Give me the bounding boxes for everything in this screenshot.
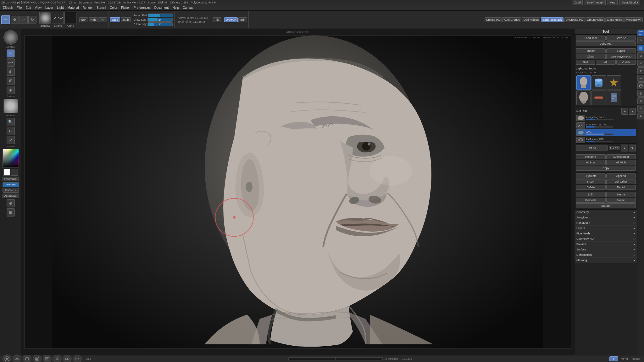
flip-btn[interactable]: Flip: [213, 17, 221, 22]
acco-curve-btn[interactable]: AccoCurve: [3, 194, 19, 198]
menu-material[interactable]: Material: [66, 6, 80, 10]
subtool-item-0[interactable]: BMJ_C01_THL0: [576, 115, 636, 122]
right-icon-scale[interactable]: ⤢: [637, 60, 644, 67]
rename-btn[interactable]: Rename: [576, 154, 606, 159]
right-icon-subtool[interactable]: [637, 30, 644, 36]
menu-render[interactable]: Render: [81, 6, 94, 10]
auto-groups-btn[interactable]: Auto Groups: [502, 17, 521, 22]
move-btn[interactable]: ✥: [11, 16, 19, 24]
copy-btn[interactable]: Copy: [576, 166, 636, 171]
split-btn[interactable]: Split: [576, 192, 606, 197]
material-preview-btn[interactable]: [3, 99, 18, 113]
remesh-btn[interactable]: Remesh: [576, 198, 606, 203]
fiber-mesh-header[interactable]: FiberMesh ▸: [575, 231, 637, 236]
subtool-item-2[interactable]: WVZ: [576, 129, 636, 136]
menu-canvas[interactable]: Canvas: [181, 6, 195, 10]
lightbox-item-3[interactable]: [576, 90, 591, 105]
lightbox-item-5[interactable]: [607, 90, 621, 105]
odd-hidden-btn[interactable]: Odd Hidden: [522, 17, 540, 22]
zadd-btn[interactable]: Zadd: [110, 17, 120, 22]
duplicate-btn[interactable]: Duplicate: [576, 173, 606, 178]
bottom-icon-3[interactable]: [33, 354, 42, 362]
brush-preview-icon[interactable]: [39, 12, 51, 24]
menu-help[interactable]: Help: [171, 6, 180, 10]
clone-btn[interactable]: Clone: [576, 54, 606, 59]
menu-picker[interactable]: Picker: [119, 6, 131, 10]
uncrease-btn[interactable]: UnCrease PG: [564, 17, 585, 22]
color-swatch[interactable]: [3, 149, 19, 168]
visible-btn[interactable]: Visible: [616, 60, 636, 65]
white-swatch[interactable]: [3, 169, 10, 176]
brush-preview-ball[interactable]: [3, 30, 18, 45]
stroke-preview-icon[interactable]: [52, 12, 64, 24]
edit-btn[interactable]: Edit: [238, 17, 247, 22]
right-icon-active[interactable]: [637, 45, 644, 52]
right-icon-snap[interactable]: ◎: [637, 90, 644, 97]
subtool-toggle-btn[interactable]: ▾: [629, 108, 636, 115]
focal-shift-slider[interactable]: 0: [148, 14, 173, 17]
menu-preferences[interactable]: Preferences: [132, 6, 152, 10]
bottom-icon-7[interactable]: [73, 354, 82, 362]
subtool-item-3[interactable]: BMJ_eyes_C05: [576, 136, 636, 144]
menu-view[interactable]: View: [33, 6, 43, 10]
all-high-btn[interactable]: All High: [606, 160, 636, 165]
copy-tool-btn[interactable]: Copy Tool: [576, 41, 636, 46]
list-pg-btn[interactable]: List PG: [609, 146, 620, 150]
menu-document[interactable]: Document: [153, 6, 170, 10]
preview-header[interactable]: Preview ▸: [575, 242, 637, 247]
insert-btn[interactable]: Insert: [576, 179, 606, 184]
menu-color[interactable]: Color: [108, 6, 119, 10]
bottom-icon-0[interactable]: [3, 354, 11, 362]
left-stroke-icon[interactable]: [7, 58, 15, 67]
merge-down-btn[interactable]: MergeDown: [624, 17, 643, 22]
bottom-icon-6[interactable]: [63, 354, 72, 362]
save-as-btn[interactable]: Save As: [606, 36, 636, 41]
canvas-area[interactable]: ZBrush Document: [21, 29, 574, 355]
group-visible-btn[interactable]: GroupVisible: [586, 17, 605, 22]
menu-zbrush[interactable]: ZBrush: [1, 6, 14, 10]
right-icon-morph[interactable]: ⊕: [637, 97, 644, 104]
left-texture-icon[interactable]: ⊞: [7, 77, 15, 85]
subtool-item-1[interactable]: BMJ_twistTop_A05: [576, 122, 636, 129]
alpha-preview-icon[interactable]: [64, 12, 76, 24]
geometry-hd-header[interactable]: Geometry HD ▸: [575, 236, 637, 241]
extract-btn[interactable]: Extract: [576, 203, 636, 208]
list-arrow-up[interactable]: ▲: [621, 145, 628, 151]
position-track[interactable]: [288, 357, 383, 360]
menu-layer[interactable]: Layer: [44, 6, 55, 10]
left-alpha-icon[interactable]: ◎: [7, 68, 15, 76]
close-holes-btn[interactable]: Close Holes: [605, 17, 624, 22]
bottom-icon-4[interactable]: [43, 354, 52, 362]
bottom-icon-2[interactable]: [23, 354, 31, 362]
h-btn[interactable]: H: [98, 17, 107, 22]
nano-mesh-header[interactable]: NanoMesh ▸: [575, 220, 637, 225]
masking-header[interactable]: Masking ▸: [575, 258, 637, 263]
left-more-icon[interactable]: ⊞: [7, 208, 15, 217]
menu-file[interactable]: File: [15, 6, 23, 10]
draw-btn[interactable]: ✏: [1, 15, 10, 24]
right-icon-light[interactable]: ☀: [637, 105, 644, 112]
make-poly-btn[interactable]: Make PolyMesh3D: [606, 54, 636, 59]
menu-edit[interactable]: Edit: [24, 6, 32, 10]
see-through-btn[interactable]: See-Through: [585, 0, 606, 5]
alternate-btn[interactable]: Alternate: [3, 182, 19, 187]
all-low-btn[interactable]: All Low: [576, 160, 606, 165]
black-swatch[interactable]: [11, 169, 18, 176]
left-draw-icon[interactable]: ✏: [7, 49, 15, 58]
zsub-btn[interactable]: Zsub: [121, 17, 131, 22]
merge-btn[interactable]: Merge: [606, 192, 636, 197]
fill-object-btn[interactable]: FillObject: [3, 188, 19, 193]
high-btn[interactable]: Hgh: [89, 17, 97, 22]
menu-stencil[interactable]: Stencil: [95, 6, 108, 10]
left-snap-icon[interactable]: ⊕: [7, 199, 15, 207]
list-arrow-down[interactable]: ▼: [629, 145, 636, 151]
quicksave-btn[interactable]: Zadd: [572, 0, 583, 5]
list-all-btn[interactable]: List All: [576, 145, 608, 151]
mrgr-btn[interactable]: Mrgr: [608, 0, 618, 5]
default-script-btn[interactable]: DefaultScript: [619, 0, 640, 5]
append-btn[interactable]: Append: [606, 173, 636, 178]
left-icon3[interactable]: ⤢: [7, 136, 15, 144]
surface-header[interactable]: Surface ▸: [575, 247, 637, 252]
delete-btn[interactable]: Delete: [576, 185, 606, 190]
left-material-icon[interactable]: ◈: [7, 86, 15, 94]
